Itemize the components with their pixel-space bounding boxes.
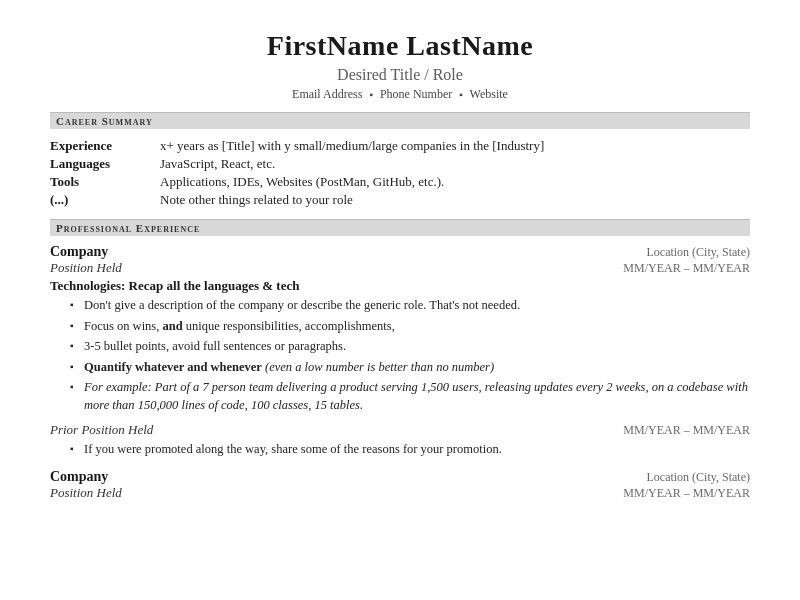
phone-label: Phone Number — [380, 87, 452, 101]
date-range-1: MM/YEAR – MM/YEAR — [623, 261, 750, 276]
location-2: Location (City, State) — [646, 470, 750, 485]
quantify-bold: Quantify whatever and whenever — [84, 360, 262, 374]
row-key: Languages — [50, 155, 160, 173]
row-value: Applications, IDEs, Websites (PostMan, G… — [160, 173, 750, 191]
list-item: 3-5 bullet points, avoid full sentences … — [70, 338, 750, 356]
email-label: Email Address — [292, 87, 362, 101]
list-item: For example: Part of a 7 person team del… — [70, 379, 750, 414]
table-row: Languages JavaScript, React, etc. — [50, 155, 750, 173]
professional-experience-section: Professional Experience Company Location… — [50, 219, 750, 501]
professional-experience-header: Professional Experience — [50, 219, 750, 236]
prior-position-held: Prior Position Held — [50, 422, 153, 438]
row-key: (...) — [50, 191, 160, 209]
position-held-1: Position Held — [50, 260, 122, 276]
example-italic: For example: Part of a 7 person team del… — [84, 380, 748, 412]
experience-entry-2: Company Location (City, State) Position … — [50, 469, 750, 501]
career-summary-section: Career Summary Experience x+ years as [T… — [50, 112, 750, 209]
prior-bullet-list: If you were promoted along the way, shar… — [50, 441, 750, 459]
date-range-2: MM/YEAR – MM/YEAR — [623, 486, 750, 501]
company-row-2: Company Location (City, State) — [50, 469, 750, 485]
row-value: JavaScript, React, etc. — [160, 155, 750, 173]
company-row-1: Company Location (City, State) — [50, 244, 750, 260]
prior-position-row: Prior Position Held MM/YEAR – MM/YEAR — [50, 422, 750, 438]
row-value: Note other things related to your role — [160, 191, 750, 209]
website-label: Website — [470, 87, 508, 101]
table-row: Experience x+ years as [Title] with y sm… — [50, 137, 750, 155]
contact-line: Email Address ▪ Phone Number ▪ Website — [50, 87, 750, 102]
resume-page: FirstName LastName Desired Title / Role … — [0, 0, 800, 600]
bullet-list-1: Don't give a description of the company … — [50, 297, 750, 414]
row-value: x+ years as [Title] with y small/medium/… — [160, 137, 750, 155]
company-name-1: Company — [50, 244, 108, 260]
desired-title: Desired Title / Role — [50, 66, 750, 84]
position-held-2: Position Held — [50, 485, 122, 501]
career-summary-table: Experience x+ years as [Title] with y sm… — [50, 137, 750, 209]
list-item: Don't give a description of the company … — [70, 297, 750, 315]
table-row: Tools Applications, IDEs, Websites (Post… — [50, 173, 750, 191]
technologies-1: Technologies: Recap all the languages & … — [50, 278, 750, 294]
bullet-1: ▪ — [369, 89, 373, 100]
location-1: Location (City, State) — [646, 245, 750, 260]
experience-entry-1: Company Location (City, State) Position … — [50, 244, 750, 459]
row-key: Experience — [50, 137, 160, 155]
bullet-2: ▪ — [459, 89, 463, 100]
row-key: Tools — [50, 173, 160, 191]
position-row-1: Position Held MM/YEAR – MM/YEAR — [50, 260, 750, 276]
header: FirstName LastName Desired Title / Role … — [50, 30, 750, 102]
prior-date-range: MM/YEAR – MM/YEAR — [623, 423, 750, 438]
quantify-italic: (even a low number is better than no num… — [265, 360, 494, 374]
list-item: If you were promoted along the way, shar… — [70, 441, 750, 459]
list-item: Quantify whatever and whenever (even a l… — [70, 359, 750, 377]
position-row-2: Position Held MM/YEAR – MM/YEAR — [50, 485, 750, 501]
company-name-2: Company — [50, 469, 108, 485]
list-item: Focus on wins, and unique responsibiliti… — [70, 318, 750, 336]
table-row: (...) Note other things related to your … — [50, 191, 750, 209]
bold-and: and — [162, 319, 182, 333]
career-summary-header: Career Summary — [50, 112, 750, 129]
full-name: FirstName LastName — [50, 30, 750, 62]
